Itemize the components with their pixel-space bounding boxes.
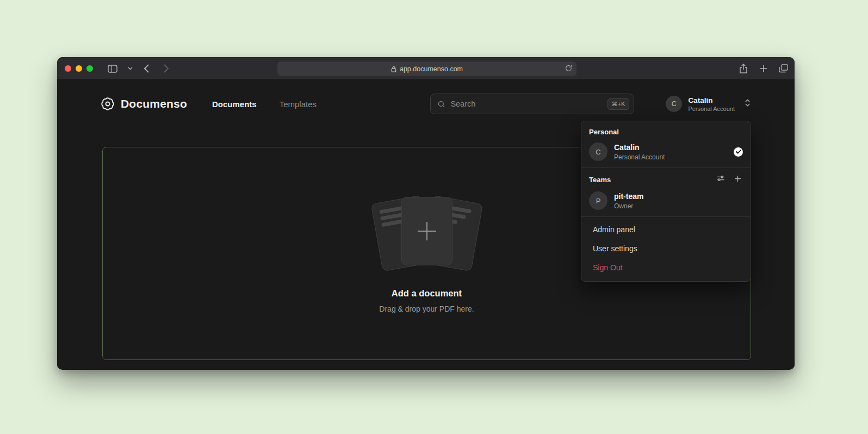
menu-section-personal: Personal bbox=[581, 127, 751, 140]
teams-header-actions bbox=[716, 174, 742, 185]
team-role: Owner bbox=[614, 202, 643, 210]
sidebar-menu-chevron-button[interactable] bbox=[123, 62, 137, 75]
main-nav: Documents Templates bbox=[212, 100, 317, 109]
search-icon bbox=[437, 100, 445, 108]
chevron-left-icon bbox=[144, 64, 149, 73]
chevron-up-down-icon bbox=[744, 98, 751, 109]
documenso-logo-icon bbox=[101, 97, 115, 111]
add-team-button[interactable] bbox=[734, 175, 742, 185]
document-cards-illustration bbox=[362, 194, 492, 275]
account-menu-trigger[interactable]: C Catalin Personal Account bbox=[666, 96, 751, 112]
account-dropdown-menu: Personal C Catalin Personal Account Team… bbox=[581, 121, 751, 282]
menu-item-sign-out[interactable]: Sign Out bbox=[581, 258, 751, 277]
search-input[interactable] bbox=[450, 100, 602, 108]
share-button[interactable] bbox=[737, 62, 750, 75]
browser-titlebar: app.documenso.com bbox=[57, 57, 795, 80]
lock-icon bbox=[391, 66, 396, 72]
menu-item-user-settings[interactable]: User settings bbox=[581, 239, 751, 258]
document-card-center bbox=[401, 197, 452, 265]
forward-button[interactable] bbox=[159, 62, 172, 75]
personal-avatar: C bbox=[589, 142, 607, 161]
search-shortcut-badge: ⌘+K bbox=[607, 98, 630, 110]
sidebar-toggle-button[interactable] bbox=[106, 62, 119, 75]
account-text: Catalin Personal Account bbox=[688, 96, 735, 112]
address-text: app.documenso.com bbox=[400, 65, 463, 73]
brand[interactable]: Documenso bbox=[101, 97, 187, 111]
close-window-button[interactable] bbox=[65, 65, 71, 72]
brand-name: Documenso bbox=[121, 97, 187, 110]
sidebar-icon bbox=[108, 65, 117, 73]
tabs-icon bbox=[779, 64, 788, 73]
chevron-right-icon bbox=[164, 64, 169, 73]
search-box[interactable]: ⌘+K bbox=[430, 94, 634, 114]
menu-personal-account-item[interactable]: C Catalin Personal Account bbox=[581, 140, 751, 168]
traffic-lights bbox=[65, 65, 93, 72]
reload-button[interactable] bbox=[565, 64, 572, 74]
add-document-plus-icon bbox=[418, 222, 436, 240]
plus-icon bbox=[760, 65, 767, 72]
menu-divider bbox=[581, 216, 751, 217]
menu-team-item[interactable]: P pit-team Owner bbox=[581, 189, 751, 216]
menu-section-teams: Teams bbox=[589, 176, 611, 184]
new-tab-button[interactable] bbox=[757, 62, 770, 75]
selected-check-icon bbox=[734, 147, 743, 157]
sliders-icon bbox=[716, 174, 725, 183]
team-avatar: P bbox=[589, 191, 607, 210]
address-bar[interactable]: app.documenso.com bbox=[277, 61, 576, 76]
nav-documents[interactable]: Documents bbox=[212, 100, 257, 109]
manage-teams-button[interactable] bbox=[716, 174, 725, 185]
reload-icon bbox=[565, 64, 572, 72]
app-content: Documenso Documents Templates ⌘+K C Cata… bbox=[57, 80, 795, 369]
browser-window: app.documenso.com bbox=[57, 57, 795, 370]
tab-overview-button[interactable] bbox=[777, 62, 790, 75]
personal-account-subtitle: Personal Account bbox=[614, 153, 665, 161]
back-button[interactable] bbox=[140, 62, 153, 75]
team-name: pit-team bbox=[614, 192, 643, 201]
menu-teams-header: Teams bbox=[581, 168, 751, 189]
minimize-window-button[interactable] bbox=[76, 65, 82, 72]
nav-templates[interactable]: Templates bbox=[280, 100, 317, 109]
dropzone-title: Add a document bbox=[392, 288, 462, 299]
account-avatar: C bbox=[666, 96, 682, 112]
chevron-down-icon bbox=[128, 67, 133, 70]
personal-account-name: Catalin bbox=[614, 143, 665, 152]
team-text: pit-team Owner bbox=[614, 192, 643, 210]
plus-icon bbox=[734, 175, 742, 183]
menu-item-admin-panel[interactable]: Admin panel bbox=[581, 220, 751, 239]
personal-account-text: Catalin Personal Account bbox=[614, 143, 665, 161]
dropzone-subtitle: Drag & drop your PDF here. bbox=[379, 305, 474, 313]
account-subtitle: Personal Account bbox=[688, 106, 735, 112]
zoom-window-button[interactable] bbox=[86, 65, 93, 72]
share-icon bbox=[739, 64, 748, 73]
account-name: Catalin bbox=[688, 96, 735, 104]
